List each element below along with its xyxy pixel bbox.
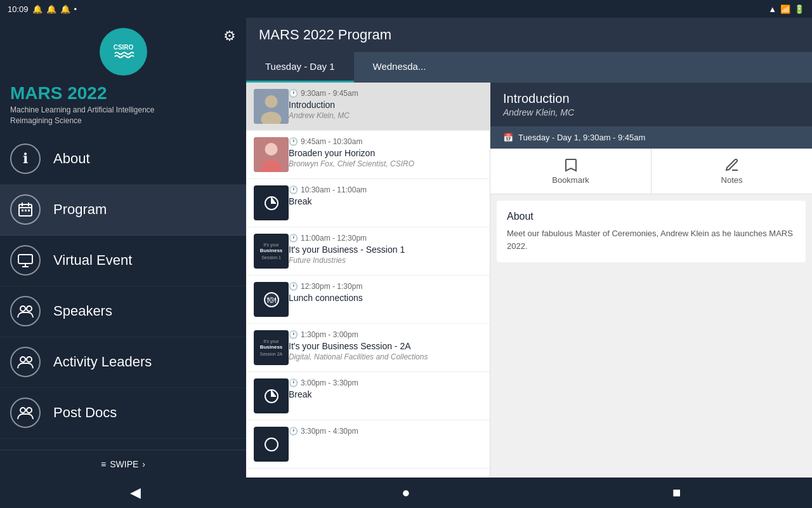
program-item-6[interactable]: It's your Business Session 2A 🕐 1:30pm -… [246, 324, 490, 372]
sidebar-item-postdocs[interactable]: Post Docs [0, 388, 246, 439]
speakers-icon [10, 296, 41, 326]
app-subtitle: Machine Learning and Artificial Intellig… [0, 104, 246, 134]
item-subtitle-1: Andrew Klein, MC [289, 111, 482, 120]
detail-subtitle: Andrew Klein, MC [503, 107, 799, 117]
svg-point-19 [265, 95, 278, 108]
item-info-7: 🕐 3:00pm - 3:30pm Break [289, 378, 482, 401]
clock-icon-4: 🕐 [289, 234, 298, 243]
program-header: MARS 2022 Program [246, 18, 812, 52]
sidebar-item-activity[interactable]: Activity Leaders [0, 337, 246, 388]
sidebar-item-program[interactable]: Program [0, 185, 246, 236]
recents-button[interactable]: ■ [662, 478, 692, 508]
notification-icon-3: 🔔 [60, 4, 70, 14]
tab-tuesday[interactable]: Tuesday - Day 1 [246, 52, 354, 83]
sidebar-label-program: Program [53, 201, 107, 218]
item-subtitle-4: Future Industries [289, 256, 482, 265]
item-info-1: 🕐 9:30am - 9:45am Introduction Andrew Kl… [289, 89, 482, 120]
dot-icon: • [74, 4, 77, 14]
notes-icon [724, 157, 740, 173]
detail-panel: Introduction Andrew Klein, MC 📅 Tuesday … [490, 83, 812, 478]
csiro-logo-svg: CSIRO [106, 34, 141, 69]
sidebar-label-about: About [53, 150, 90, 167]
detail-title: Introduction [503, 91, 799, 106]
item-time-4: 🕐 11:00am - 12:30pm [289, 234, 482, 243]
svg-rect-6 [22, 210, 23, 211]
program-icon [10, 194, 41, 225]
wifi-icon: ▲ [768, 4, 776, 14]
svg-point-0 [106, 34, 141, 69]
svg-rect-9 [18, 255, 32, 264]
item-time-7: 🕐 3:00pm - 3:30pm [289, 378, 482, 387]
settings-icon[interactable]: ⚙ [223, 28, 236, 44]
svg-point-13 [27, 306, 32, 311]
item-subtitle-2: Bronwyn Fox, Chief Scientist, CSIRO [289, 159, 482, 168]
sidebar-item-virtual[interactable]: Virtual Event [0, 236, 246, 286]
program-item-4[interactable]: It's your Business Session 1 🕐 11:00am -… [246, 227, 490, 276]
item-title-4: It's your Business - Session 1 [289, 244, 482, 255]
thumb-lunch: 🍽 [254, 282, 289, 317]
item-time-5: 🕐 12:30pm - 1:30pm [289, 282, 482, 291]
svg-text:CSIRO: CSIRO [113, 44, 133, 51]
svg-rect-7 [25, 210, 27, 211]
program-item-8[interactable]: 🕐 3:30pm - 4:30pm [246, 420, 490, 469]
program-item-1[interactable]: 🕐 9:30am - 9:45am Introduction Andrew Kl… [246, 83, 490, 131]
sidebar-item-speakers[interactable]: Speakers [0, 286, 246, 337]
thumb-break-2 [254, 378, 289, 413]
status-left: 10:09 🔔 🔔 🔔 • [8, 4, 77, 14]
logo: CSIRO [100, 28, 147, 76]
thumb-biz-2: It's your Business Session 2A [254, 330, 289, 365]
bookmark-icon [563, 157, 579, 173]
swipe-arrow: › [142, 459, 145, 469]
detail-header: Introduction Andrew Klein, MC [490, 83, 812, 126]
about-icon: ℹ [10, 144, 41, 174]
item-time-8: 🕐 3:30pm - 4:30pm [289, 427, 482, 436]
item-title-2: Broaden your Horizon [289, 148, 482, 158]
bookmark-button[interactable]: Bookmark [490, 149, 652, 194]
program-item-2[interactable]: 🕐 9:45am - 10:30am Broaden your Horizon … [246, 131, 490, 179]
about-title: About [507, 211, 796, 222]
home-button[interactable]: ● [391, 478, 421, 508]
sidebar-label-activity: Activity Leaders [53, 354, 152, 370]
clock-icon-3: 🕐 [289, 185, 298, 194]
item-time-1: 🕐 9:30am - 9:45am [289, 89, 482, 98]
status-right: ▲ 📶 🔋 [768, 4, 804, 14]
tab-wednesday[interactable]: Wednesda... [354, 52, 445, 83]
tabs-row: Tuesday - Day 1 Wednesda... [246, 52, 812, 83]
svg-point-14 [20, 357, 25, 362]
program-item-5[interactable]: 🍽 🕐 12:30pm - 1:30pm Lunch connections [246, 276, 490, 324]
virtual-icon [10, 245, 41, 276]
item-title-5: Lunch connections [289, 293, 482, 303]
svg-point-28 [265, 438, 278, 451]
hamburger-icon: ≡ [101, 459, 106, 469]
sidebar-item-about[interactable]: ℹ About [0, 134, 246, 185]
svg-point-16 [20, 408, 25, 413]
bookmark-label: Bookmark [552, 175, 589, 185]
item-info-5: 🕐 12:30pm - 1:30pm Lunch connections [289, 282, 482, 304]
notification-icon-2: 🔔 [46, 4, 56, 14]
item-info-4: 🕐 11:00am - 12:30pm It's your Business -… [289, 234, 482, 265]
clock-icon-1: 🕐 [289, 89, 298, 98]
status-time: 10:09 [8, 4, 29, 14]
detail-time-bar: 📅 Tuesday - Day 1, 9:30am - 9:45am [490, 126, 812, 149]
thumb-break-1 [254, 185, 289, 220]
detail-time-text: Tuesday - Day 1, 9:30am - 9:45am [518, 133, 645, 142]
item-title-1: Introduction [289, 100, 482, 110]
back-button[interactable]: ◀ [120, 478, 150, 508]
battery-icon: 🔋 [794, 4, 804, 14]
split-content: 🕐 9:30am - 9:45am Introduction Andrew Kl… [246, 83, 812, 478]
item-info-3: 🕐 10:30am - 11:00am Break [289, 185, 482, 208]
clock-icon-7: 🕐 [289, 378, 298, 387]
clock-icon-6: 🕐 [289, 330, 298, 339]
item-info-8: 🕐 3:30pm - 4:30pm [289, 427, 482, 438]
item-info-6: 🕐 1:30pm - 3:00pm It's your Business Ses… [289, 330, 482, 361]
bottom-nav: ◀ ● ■ [0, 478, 812, 508]
sidebar-label-postdocs: Post Docs [53, 404, 117, 421]
program-item-3[interactable]: 🕐 10:30am - 11:00am Break [246, 179, 490, 227]
notes-button[interactable]: Notes [652, 149, 812, 194]
program-item-7[interactable]: 🕐 3:00pm - 3:30pm Break [246, 372, 490, 420]
svg-point-15 [27, 357, 32, 362]
program-list: 🕐 9:30am - 9:45am Introduction Andrew Kl… [246, 83, 490, 478]
clock-icon-5: 🕐 [289, 282, 298, 291]
thumb-item-8 [254, 427, 289, 462]
swipe-bar[interactable]: ≡ SWIPE › [0, 450, 246, 478]
